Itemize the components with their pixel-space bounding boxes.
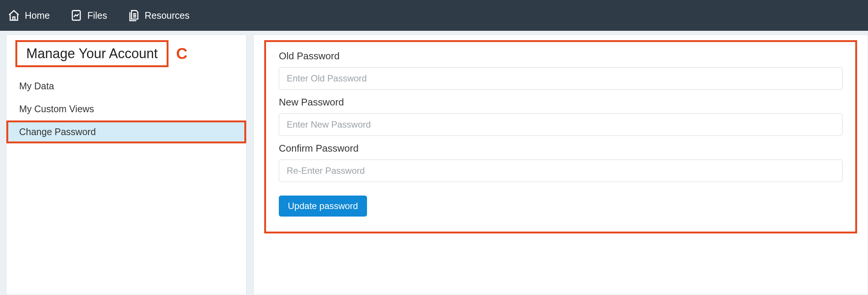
sidebar-item-change-password[interactable]: Change Password	[6, 120, 246, 143]
new-password-group: New Password	[279, 96, 842, 136]
sidebar-item-label: My Data	[19, 81, 54, 91]
top-navbar: Home Files Resources	[0, 0, 868, 31]
sidebar-item-label: My Custom Views	[19, 104, 94, 114]
confirm-password-label: Confirm Password	[279, 143, 842, 154]
nav-resources[interactable]: Resources	[124, 7, 193, 24]
new-password-label: New Password	[279, 96, 842, 108]
nav-resources-label: Resources	[144, 10, 190, 21]
nav-files-label: Files	[87, 10, 107, 21]
sidebar-item-label: Change Password	[19, 126, 96, 137]
account-sidebar: Manage Your Account C My Data My Custom …	[6, 35, 247, 295]
old-password-label: Old Password	[279, 50, 842, 62]
confirm-password-input[interactable]	[279, 160, 842, 182]
page-body: Manage Your Account C My Data My Custom …	[0, 31, 868, 295]
change-password-form: Old Password New Password Confirm Passwo…	[264, 40, 857, 233]
sidebar-item-my-custom-views[interactable]: My Custom Views	[6, 98, 246, 120]
sidebar-item-my-data[interactable]: My Data	[6, 75, 246, 98]
document-stack-icon	[127, 9, 140, 22]
main-content: Old Password New Password Confirm Passwo…	[253, 35, 868, 295]
annotation-marker-c: C	[176, 45, 187, 63]
sidebar-header-wrap: Manage Your Account C	[6, 36, 246, 71]
home-icon	[8, 9, 20, 22]
sidebar-list: My Data My Custom Views Change Password	[6, 75, 246, 143]
files-chart-icon	[70, 9, 83, 22]
old-password-input[interactable]	[279, 67, 842, 90]
update-password-button[interactable]: Update password	[279, 196, 367, 217]
nav-home[interactable]: Home	[5, 7, 53, 24]
nav-home-label: Home	[25, 10, 50, 21]
new-password-input[interactable]	[279, 113, 842, 136]
sidebar-title: Manage Your Account	[15, 40, 168, 67]
old-password-group: Old Password	[279, 50, 842, 90]
confirm-password-group: Confirm Password	[279, 143, 842, 182]
nav-files[interactable]: Files	[67, 7, 110, 24]
